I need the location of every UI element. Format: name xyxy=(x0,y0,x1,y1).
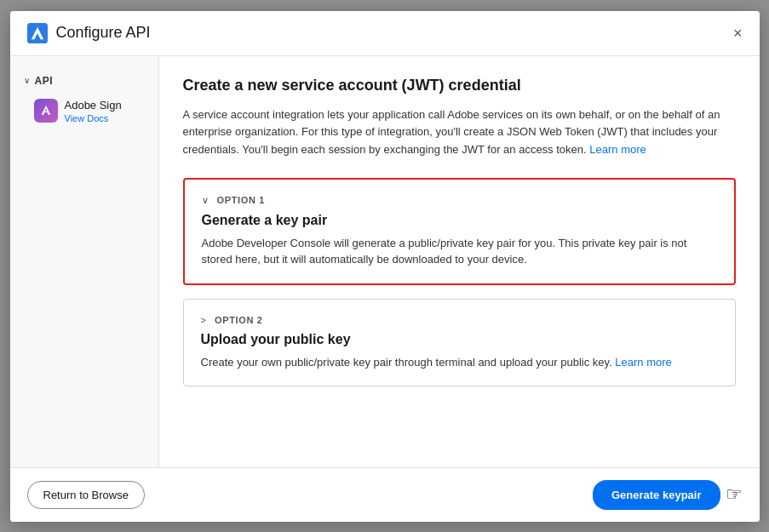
cursor-hand-icon: ☞ xyxy=(726,483,743,506)
sidebar-chevron-icon: ∨ xyxy=(24,76,30,85)
learn-more-link-1[interactable]: Learn more xyxy=(589,143,646,156)
option-2-card[interactable]: > OPTION 2 Upload your public key Create… xyxy=(183,299,736,387)
adobe-sign-svg xyxy=(39,104,53,117)
adobe-logo-icon xyxy=(27,23,48,43)
return-to-browse-button[interactable]: Return to Browse xyxy=(27,481,145,509)
main-content: Create a new service account (JWT) crede… xyxy=(159,56,760,467)
modal-body: ∨ API Adobe Sign View Docs xyxy=(10,56,760,467)
adobe-sign-icon xyxy=(34,99,58,123)
option-2-header: > OPTION 2 xyxy=(201,315,718,325)
close-button[interactable]: × xyxy=(730,22,746,44)
option-1-chevron-icon: ∨ xyxy=(202,195,209,206)
option-2-desc-text: Create your own public/private key pair … xyxy=(201,356,612,369)
modal-title: Configure API xyxy=(56,24,151,42)
view-docs-link[interactable]: View Docs xyxy=(65,113,122,123)
sidebar-section-api[interactable]: ∨ API xyxy=(10,70,158,92)
option-2-title: Upload your public key xyxy=(201,332,718,347)
sidebar-item-name: Adobe Sign xyxy=(65,99,122,112)
generate-area: Generate keypair ☞ xyxy=(593,480,743,510)
sidebar-item-text: Adobe Sign View Docs xyxy=(65,99,122,123)
modal-header: Configure API × xyxy=(10,11,760,56)
configure-api-modal: Configure API × ∨ API Adobe Sig xyxy=(10,11,760,522)
option-2-description: Create your own public/private key pair … xyxy=(201,354,718,371)
option-2-label: OPTION 2 xyxy=(215,315,263,325)
main-description: A service account integration lets your … xyxy=(183,106,736,159)
option-1-description: Adobe Developer Console will generate a … xyxy=(202,235,717,268)
sidebar: ∨ API Adobe Sign View Docs xyxy=(10,56,159,467)
sidebar-section-label: API xyxy=(35,75,53,87)
option-2-chevron-icon: > xyxy=(201,315,206,325)
modal-footer: Return to Browse Generate keypair ☞ xyxy=(10,467,760,522)
option-1-header: ∨ OPTION 1 xyxy=(202,195,717,206)
option-1-title: Generate a key pair xyxy=(202,213,717,228)
sidebar-item-adobe-sign[interactable]: Adobe Sign View Docs xyxy=(10,92,158,127)
main-title: Create a new service account (JWT) crede… xyxy=(183,77,736,94)
option-1-label: OPTION 1 xyxy=(217,195,266,205)
generate-keypair-button[interactable]: Generate keypair xyxy=(593,480,720,510)
option-1-card[interactable]: ∨ OPTION 1 Generate a key pair Adobe Dev… xyxy=(183,178,736,285)
learn-more-link-2[interactable]: Learn more xyxy=(615,356,671,369)
